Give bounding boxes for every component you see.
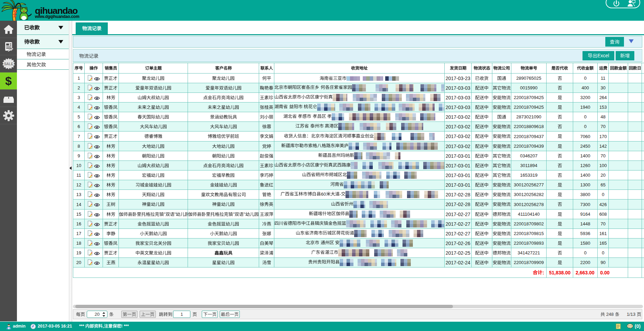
svg-text:www.dgqihuandao.com: www.dgqihuandao.com xyxy=(35,14,79,19)
svg-text:SALE: SALE xyxy=(4,62,13,66)
